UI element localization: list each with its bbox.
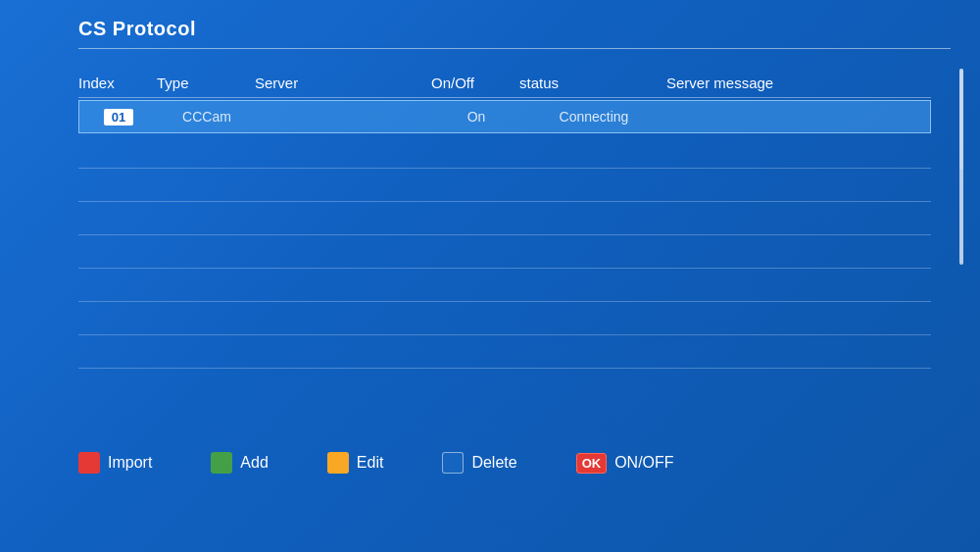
add-label: Add <box>240 454 268 472</box>
cell-server <box>255 135 431 168</box>
header-type: Type <box>157 75 255 91</box>
delete-button[interactable]: Delete <box>442 452 516 474</box>
table-row[interactable] <box>78 302 931 335</box>
header-status: status <box>519 75 666 91</box>
edit-button[interactable]: Edit <box>327 452 384 474</box>
table-row[interactable] <box>78 202 931 235</box>
main-container: CS Protocol Index Type Server On/Off sta… <box>0 0 980 552</box>
header-onoff: On/Off <box>431 75 519 91</box>
cell-message <box>666 135 931 168</box>
title-divider <box>78 48 951 49</box>
import-icon <box>78 452 100 474</box>
cell-status: Connecting <box>520 101 667 132</box>
cell-onoff: On <box>432 101 520 132</box>
table-row[interactable] <box>78 135 931 169</box>
table-row[interactable] <box>78 335 931 369</box>
table-header: Index Type Server On/Off status Server m… <box>78 69 931 98</box>
cell-onoff <box>431 135 519 168</box>
table-row[interactable] <box>78 169 931 202</box>
onoff-label: ON/OFF <box>614 454 673 472</box>
header-index: Index <box>78 75 157 91</box>
onoff-button[interactable]: OK ON/OFF <box>576 453 674 474</box>
index-badge: 01 <box>104 109 133 125</box>
table-row[interactable]: 01 CCCam On Connecting <box>78 100 931 133</box>
add-button[interactable]: Add <box>211 452 268 474</box>
table-container: Index Type Server On/Off status Server m… <box>78 69 931 369</box>
cell-type <box>157 135 255 168</box>
add-icon <box>211 452 232 474</box>
cell-server <box>256 101 432 132</box>
cell-type: CCCam <box>158 101 256 132</box>
delete-icon <box>442 452 464 474</box>
delete-label: Delete <box>471 454 516 472</box>
title-bar: CS Protocol <box>78 18 951 49</box>
empty-rows <box>78 135 931 369</box>
scrollbar-track <box>959 69 963 170</box>
import-label: Import <box>108 454 152 472</box>
toolbar: Import Add Edit Delete OK ON/OFF <box>78 452 931 474</box>
cell-index: 01 <box>79 101 158 132</box>
scrollbar-thumb[interactable] <box>959 69 963 265</box>
edit-label: Edit <box>357 454 384 472</box>
edit-icon <box>327 452 349 474</box>
header-message: Server message <box>666 75 931 91</box>
table-row[interactable] <box>78 235 931 269</box>
cell-message <box>667 101 930 132</box>
scrollbar[interactable] <box>957 69 965 170</box>
cell-status <box>519 135 666 168</box>
import-button[interactable]: Import <box>78 452 152 474</box>
ok-badge: OK <box>576 453 608 474</box>
cell-index <box>78 135 157 168</box>
table-row[interactable] <box>78 269 931 302</box>
page-title: CS Protocol <box>78 18 951 40</box>
header-server: Server <box>255 75 431 91</box>
